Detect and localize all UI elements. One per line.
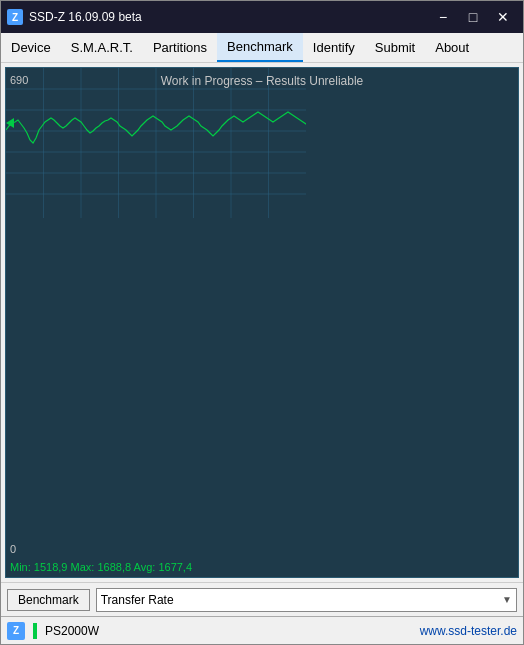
website-link[interactable]: www.ssd-tester.de: [420, 624, 517, 638]
dropdown-arrow-icon: ▼: [502, 594, 512, 605]
menu-item-benchmark[interactable]: Benchmark: [217, 33, 303, 62]
maximize-button[interactable]: □: [459, 6, 487, 28]
menu-bar: Device S.M.A.R.T. Partitions Benchmark I…: [1, 33, 523, 63]
chart-stats: Min: 1518,9 Max: 1688,8 Avg: 1677,4: [10, 561, 192, 573]
minimize-button[interactable]: −: [429, 6, 457, 28]
menu-item-identify[interactable]: Identify: [303, 33, 365, 62]
benchmark-button[interactable]: Benchmark: [7, 589, 90, 611]
menu-item-about[interactable]: About: [425, 33, 479, 62]
menu-item-smart[interactable]: S.M.A.R.T.: [61, 33, 143, 62]
status-bar: Z PS2000W www.ssd-tester.de: [1, 616, 523, 644]
dropdown-value: Transfer Rate: [101, 593, 174, 607]
chart-y-max: 690: [10, 74, 28, 86]
status-app-icon: Z: [7, 622, 25, 640]
menu-item-submit[interactable]: Submit: [365, 33, 425, 62]
chart-y-min: 0: [10, 543, 16, 555]
svg-marker-13: [6, 118, 14, 128]
bottom-bar: Benchmark Transfer Rate ▼: [1, 582, 523, 616]
chart-grid: [6, 68, 306, 218]
transfer-rate-dropdown[interactable]: Transfer Rate ▼: [96, 588, 517, 612]
title-left: Z SSD-Z 16.09.09 beta: [7, 9, 142, 25]
close-button[interactable]: ✕: [489, 6, 517, 28]
menu-item-partitions[interactable]: Partitions: [143, 33, 217, 62]
main-window: Z SSD-Z 16.09.09 beta − □ ✕ Device S.M.A…: [0, 0, 524, 645]
chart-title: Work in Progress – Results Unreliable: [161, 74, 364, 88]
window-title: SSD-Z 16.09.09 beta: [29, 10, 142, 24]
menu-item-device[interactable]: Device: [1, 33, 61, 62]
title-bar: Z SSD-Z 16.09.09 beta − □ ✕: [1, 1, 523, 33]
chart-container: Work in Progress – Results Unreliable 69…: [5, 67, 519, 578]
title-controls: − □ ✕: [429, 6, 517, 28]
app-icon: Z: [7, 9, 23, 25]
drive-status-indicator: [33, 623, 37, 639]
drive-name: PS2000W: [45, 624, 99, 638]
